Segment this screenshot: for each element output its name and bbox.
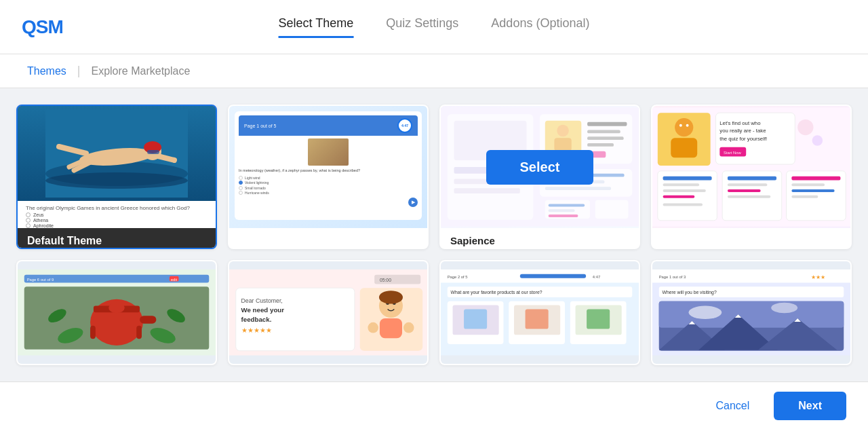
- theme-card-default[interactable]: The original Olympic Games in ancient Gr…: [16, 105, 217, 249]
- option-aphrodite: Aphrodite: [26, 223, 208, 228]
- tab-select-theme[interactable]: Select Theme: [279, 16, 354, 38]
- theme-name-feedback: [229, 364, 427, 365]
- theme-card-feedback[interactable]: 05:00 Dear Customer, We need your feedba…: [228, 260, 429, 365]
- svg-rect-8: [147, 150, 159, 154]
- app-logo: QSM: [22, 16, 63, 38]
- select-button-travel[interactable]: Select: [698, 295, 806, 330]
- theme-card-green[interactable]: Page 6 out of 9 edit Select: [16, 260, 217, 365]
- swimmer-image: [18, 106, 216, 201]
- cancel-button[interactable]: Cancel: [703, 393, 764, 419]
- theme-card-quiz-blue[interactable]: Page 1 out of 5 4:47 In meteorology (wea…: [228, 105, 429, 249]
- default-quiz-lines: The original Olympic Games in ancient Gr…: [18, 201, 216, 228]
- tab-addons[interactable]: Addons (Optional): [491, 16, 589, 38]
- svg-point-2: [45, 172, 188, 189]
- option-zeus: Zeus: [26, 212, 208, 217]
- theme-name-green: [18, 364, 216, 365]
- select-button-products[interactable]: Select: [486, 295, 594, 330]
- theme-preview-default: The original Olympic Games in ancient Gr…: [18, 106, 216, 228]
- header: QSM Select Theme Quiz Settings Addons (O…: [0, 0, 868, 54]
- theme-name-sapience: Sapience: [441, 228, 639, 249]
- option-athena: Athena: [26, 218, 208, 223]
- select-button-dashboard[interactable]: Select: [698, 160, 806, 194]
- themes-grid: The original Olympic Games in ancient Gr…: [0, 88, 868, 381]
- sub-nav-explore-marketplace[interactable]: Explore Marketplace: [80, 54, 201, 88]
- radio-dot: [26, 212, 31, 217]
- swimmer-svg: [45, 109, 188, 198]
- radio-dot: [26, 223, 31, 228]
- select-button-quiz-blue[interactable]: Select: [275, 160, 382, 194]
- tab-quiz-settings[interactable]: Quiz Settings: [386, 16, 458, 38]
- theme-card-products[interactable]: Page 2 of 5 4:47 What are your favorite …: [439, 260, 640, 365]
- footer: Cancel Next: [0, 381, 868, 429]
- theme-card-sapience[interactable]: Select Sapience: [439, 105, 640, 249]
- theme-card-dashboard[interactable]: Let's find out who you really are - take…: [651, 105, 852, 249]
- select-overlay-sapience[interactable]: Select: [441, 106, 639, 228]
- radio-dot: [26, 218, 31, 223]
- nav-tabs: Select Theme Quiz Settings Addons (Optio…: [279, 16, 590, 38]
- select-button-sapience[interactable]: Select: [486, 150, 594, 185]
- sub-nav: Themes | Explore Marketplace: [0, 54, 868, 88]
- select-button-feedback[interactable]: Select: [275, 295, 382, 330]
- next-button[interactable]: Next: [774, 392, 846, 420]
- theme-name-travel: [652, 364, 850, 365]
- theme-card-travel[interactable]: Page 1 out of 3 ★★★ Where will you be vi…: [651, 260, 852, 365]
- select-button-green[interactable]: Select: [63, 295, 171, 330]
- sub-nav-themes[interactable]: Themes: [16, 54, 77, 88]
- quiz-question-line: The original Olympic Games in ancient Gr…: [26, 205, 208, 211]
- theme-name-products: [441, 364, 639, 365]
- theme-preview-sapience: Select: [441, 106, 639, 228]
- theme-name-default: Default Theme: [18, 228, 216, 249]
